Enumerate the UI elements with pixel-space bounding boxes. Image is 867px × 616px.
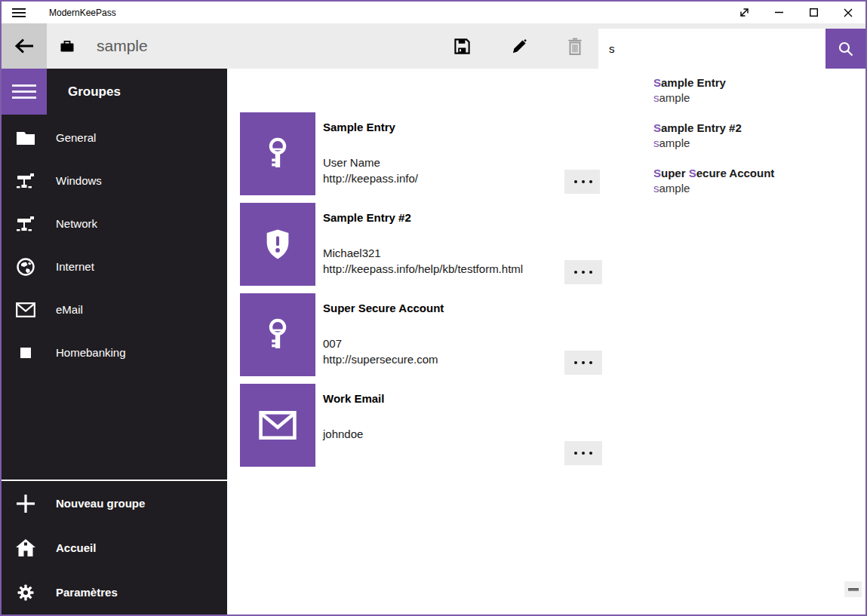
back-button[interactable] bbox=[2, 23, 47, 69]
close-button[interactable] bbox=[831, 2, 865, 23]
entry-row-super-secure-account[interactable]: Super Secure Account 007 http://supersec… bbox=[227, 293, 865, 376]
search-input[interactable] bbox=[598, 29, 825, 69]
edit-button[interactable] bbox=[500, 23, 538, 69]
minimize-button[interactable] bbox=[761, 2, 796, 23]
suggestion-title: Sample Entry #2 bbox=[653, 121, 826, 136]
entry-tile bbox=[240, 112, 315, 195]
entry-title: Work Email bbox=[323, 391, 384, 406]
group-list: General Windows bbox=[2, 116, 227, 374]
command-bar: sample bbox=[2, 23, 865, 69]
search-icon bbox=[838, 41, 854, 57]
suggestion-title: Super Secure Account bbox=[653, 166, 826, 181]
titlebar-hamburger-button[interactable] bbox=[2, 2, 36, 23]
envelope-icon bbox=[16, 302, 35, 317]
back-arrow-icon bbox=[14, 38, 35, 54]
entry-text: Work Email johndoe bbox=[323, 384, 384, 467]
key-icon bbox=[260, 136, 295, 171]
fullscreen-button[interactable] bbox=[727, 2, 761, 23]
sidebar-item-general[interactable]: General bbox=[2, 116, 227, 159]
home-icon bbox=[16, 539, 35, 556]
action-item-label: Accueil bbox=[56, 541, 96, 554]
minimize-icon bbox=[775, 11, 783, 14]
sidebar-item-label: eMail bbox=[56, 303, 83, 316]
entry-row-work-email[interactable]: Work Email johndoe bbox=[227, 384, 865, 467]
app-body: Groupes General bbox=[2, 69, 865, 614]
suggestion-item[interactable]: Sample Entry #2 sample bbox=[600, 118, 826, 163]
pencil-icon bbox=[511, 38, 528, 55]
entry-more-button[interactable] bbox=[564, 351, 602, 375]
semantic-zoom-out-button[interactable] bbox=[844, 581, 862, 597]
suggestion-title: Sample Entry bbox=[653, 75, 826, 90]
maximize-button[interactable] bbox=[796, 2, 831, 23]
sidebar-item-label: Windows bbox=[56, 174, 102, 187]
save-icon bbox=[453, 38, 471, 55]
minus-icon bbox=[848, 588, 859, 591]
entry-details: User Name http://keepass.info/ bbox=[323, 155, 418, 186]
entry-username: johndoe bbox=[323, 426, 384, 442]
entry-row-sample-entry-2[interactable]: Sample Entry #2 Michael321 http://keepas… bbox=[227, 203, 865, 286]
square-icon bbox=[16, 348, 35, 358]
sidebar-item-label: Network bbox=[56, 217, 97, 230]
maximize-icon bbox=[810, 8, 818, 17]
fullscreen-icon bbox=[739, 7, 750, 18]
entry-text: Sample Entry #2 Michael321 http://keepas… bbox=[323, 203, 523, 286]
sidebar-item-label: Internet bbox=[56, 260, 94, 273]
entry-tile bbox=[240, 293, 315, 376]
save-button[interactable] bbox=[443, 23, 481, 69]
entry-details: Michael321 http://keepass.info/help/kb/t… bbox=[323, 245, 523, 277]
network-computer-icon bbox=[16, 216, 35, 232]
entry-text: Super Secure Account 007 http://supersec… bbox=[323, 293, 444, 376]
entry-title: Super Secure Account bbox=[323, 301, 444, 316]
app-window: ModernKeePass bbox=[0, 0, 867, 616]
pane-hamburger-button[interactable] bbox=[2, 69, 47, 115]
entry-username: 007 bbox=[323, 336, 444, 351]
entry-url: http://keepass.info/ bbox=[323, 170, 418, 186]
entry-username: Michael321 bbox=[323, 245, 523, 261]
entry-tile bbox=[240, 203, 315, 286]
entry-title: Sample Entry bbox=[323, 120, 418, 135]
entry-url: http://supersecure.com bbox=[323, 351, 444, 367]
sidebar-item-homebanking[interactable]: Homebanking bbox=[2, 331, 227, 374]
pane-heading: Groupes bbox=[68, 69, 121, 115]
suggestion-item[interactable]: Super Secure Account sample bbox=[600, 163, 826, 208]
delete-button[interactable] bbox=[556, 23, 594, 69]
entry-details: 007 http://supersecure.com bbox=[323, 336, 444, 367]
sidebar-item-internet[interactable]: Internet bbox=[2, 245, 227, 288]
entry-more-button[interactable] bbox=[564, 260, 602, 284]
entry-title: Sample Entry #2 bbox=[323, 210, 523, 225]
gear-icon bbox=[16, 584, 35, 602]
suggestion-subtitle: sample bbox=[653, 181, 826, 196]
sidebar-item-network[interactable]: Network bbox=[2, 202, 227, 245]
suggestion-subtitle: sample bbox=[653, 90, 826, 106]
home-button[interactable]: Accueil bbox=[2, 526, 227, 570]
suggestion-item[interactable]: Sample Entry sample bbox=[600, 72, 826, 118]
entry-tile bbox=[240, 384, 315, 467]
search-suggestions: Sample Entry sample Sample Entry #2 samp… bbox=[600, 69, 826, 208]
entry-text: Sample Entry User Name http://keepass.in… bbox=[323, 112, 418, 195]
globe-icon bbox=[16, 258, 35, 276]
entry-url: http://keepass.info/help/kb/testform.htm… bbox=[323, 261, 523, 277]
groups-pane: Groupes General bbox=[2, 69, 227, 614]
trash-icon bbox=[567, 38, 583, 55]
folder-icon bbox=[16, 130, 35, 146]
key-icon bbox=[260, 317, 295, 352]
sidebar-item-label: General bbox=[56, 131, 96, 144]
search-button[interactable] bbox=[825, 29, 865, 69]
hamburger-icon bbox=[12, 84, 36, 99]
titlebar: ModernKeePass bbox=[2, 2, 865, 23]
sidebar-item-email[interactable]: eMail bbox=[2, 288, 227, 331]
network-computer-icon bbox=[16, 173, 35, 189]
app-title: ModernKeePass bbox=[49, 8, 116, 18]
action-item-label: Nouveau groupe bbox=[56, 497, 145, 510]
sidebar-item-windows[interactable]: Windows bbox=[2, 159, 227, 202]
settings-button[interactable]: Paramètres bbox=[2, 570, 227, 614]
sidebar-item-label: Homebanking bbox=[56, 346, 126, 359]
suggestion-subtitle: sample bbox=[653, 136, 826, 151]
new-group-button[interactable]: Nouveau groupe bbox=[2, 481, 227, 526]
pane-bottom: Nouveau groupe Accueil bbox=[2, 480, 227, 614]
entry-more-button[interactable] bbox=[564, 170, 602, 194]
briefcase-icon bbox=[60, 23, 74, 69]
entry-details: johndoe bbox=[323, 426, 384, 442]
entry-more-button[interactable] bbox=[564, 441, 602, 465]
window-controls bbox=[727, 2, 865, 23]
